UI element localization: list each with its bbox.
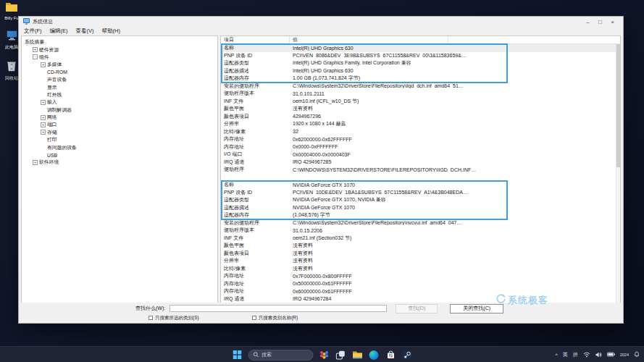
table-row[interactable]: 驱动程序C:\WINDOWS\SYSTEM32\DRIVERSTORE\FILE… [221, 166, 620, 174]
table-row[interactable]: 适配器内存(1,048,576) 字节 [221, 211, 620, 219]
tray-chevron-icon[interactable]: ^ [555, 353, 557, 358]
table-row[interactable]: INF 文件oem21.inf (Section032 节) [221, 235, 620, 243]
table-row[interactable]: 适配器内存1.00 GB (1,073,741,824 字节) [221, 75, 620, 83]
table-row[interactable]: 颜色表项目4294967296 [221, 113, 620, 121]
table-row[interactable]: IRQ 通道IRQ 4294967284 [221, 295, 620, 303]
file-explorer-icon[interactable] [351, 349, 363, 361]
checkbox-icon[interactable] [252, 316, 256, 320]
battery-icon[interactable] [607, 352, 615, 358]
tree-item-label: 网络 [47, 114, 57, 121]
checkbox-search-selected-category[interactable]: 只搜索所选的类别(S) [149, 315, 199, 321]
list-panel[interactable]: 项目 值 名称Intel(R) UHD Graphics 630PNP 设备 I… [220, 35, 621, 305]
table-row[interactable]: 安装的驱动程序C:\Windows\System32\DriverStore\F… [221, 219, 620, 227]
notification-bell-icon[interactable] [634, 351, 640, 358]
table-row[interactable]: 适配器类型Intel(R) UHD Graphics Family, Intel… [221, 59, 620, 67]
tree-item[interactable]: 显示 [22, 83, 217, 90]
table-row[interactable]: 名称Intel(R) UHD Graphics 630 [221, 44, 620, 52]
tree-item[interactable]: +输入 [22, 98, 217, 106]
menu-item[interactable]: 帮助(H) [102, 28, 120, 35]
minimize-button[interactable]: – [582, 17, 594, 27]
table-row[interactable]: 比特/像素没有资料 [221, 265, 620, 273]
table-row[interactable]: 安装的驱动程序C:\Windows\System32\DriverStore\F… [221, 83, 620, 90]
table-row[interactable]: 驱动程序版本31.0.15.2206 [221, 227, 620, 235]
collapse-icon[interactable]: - [33, 54, 38, 59]
tree-item[interactable]: CD-ROM [22, 69, 217, 76]
value-cell: IRQ 4294967284 [290, 296, 620, 301]
table-row[interactable]: 内存地址0x0000-0xFFFFFFF [221, 143, 620, 151]
tree-item[interactable]: -组件 [22, 54, 217, 61]
table-row[interactable]: 内存地址0x62000000-0x62FFFFFF [221, 135, 620, 143]
table-row[interactable]: INF 文件oem10.inf (iCFL_w10_DS 节) [221, 98, 620, 106]
find-button[interactable]: 查找(D) [396, 304, 438, 313]
expand-icon[interactable]: + [41, 130, 46, 135]
find-input[interactable] [170, 305, 387, 312]
menu-item[interactable]: 编辑(E) [50, 28, 68, 35]
language-indicator[interactable]: 英 [563, 351, 568, 358]
edge-icon[interactable] [368, 349, 380, 361]
task-view-icon[interactable] [335, 349, 346, 361]
tree-item[interactable]: +多媒体 [22, 61, 217, 68]
tree-item[interactable]: +硬件资源 [22, 46, 217, 53]
wifi-icon[interactable] [583, 352, 590, 358]
tree-item[interactable]: 调制解调器 [22, 106, 217, 114]
checkbox-icon[interactable] [149, 316, 153, 320]
expand-icon[interactable]: + [41, 115, 46, 120]
chat-icon[interactable] [318, 349, 330, 361]
tree-panel[interactable]: 系统摘要+硬件资源-组件+多媒体CD-ROM声音设备显示红外线+输入调制解调器+… [21, 35, 218, 305]
table-row[interactable]: 颜色平面没有资料 [221, 105, 620, 113]
tree-item[interactable]: +存储 [22, 129, 217, 136]
close-button[interactable]: × [606, 17, 619, 27]
scrollbar-thumb[interactable] [616, 44, 620, 167]
steam-icon[interactable] [401, 349, 413, 361]
tree-item[interactable]: 声音设备 [22, 76, 217, 83]
table-row[interactable]: PNP 设备 IDPCI\VEN_10DE&DEV_1BA1&SUBSYS_67… [221, 189, 620, 197]
tree-item-label: 系统摘要 [25, 38, 44, 46]
tree-item[interactable]: +端口 [22, 121, 217, 128]
taskbar-search[interactable]: 搜索 [248, 350, 313, 361]
tree-item[interactable]: +网络 [22, 114, 217, 121]
microsoft-store-icon[interactable] [385, 349, 396, 361]
expand-icon[interactable]: + [41, 100, 46, 105]
table-row[interactable]: 适配器描述NVIDIA GeForce GTX 1070 [221, 204, 620, 212]
table-row[interactable]: 分辨率没有资料 [221, 257, 620, 265]
item-cell: 名称 [221, 44, 290, 51]
table-row[interactable]: PNP 设备 IDPCI\VEN_8086&DEV_3E9B&SUBSYS_67… [221, 52, 620, 60]
menu-item[interactable]: 文件(F) [24, 28, 42, 35]
table-row[interactable]: 适配器类型NVIDIA GeForce GTX 1070, NVIDIA 兼容 [221, 196, 620, 204]
menu-item[interactable]: 查看(V) [76, 28, 94, 35]
tree-item[interactable]: 有问题的设备 [22, 143, 217, 151]
expand-icon[interactable]: + [41, 122, 46, 127]
tree-item[interactable]: 系统摘要 [22, 38, 217, 46]
start-button[interactable] [231, 349, 243, 361]
list-rows: 名称Intel(R) UHD Graphics 630PNP 设备 IDPCI\… [221, 44, 620, 303]
expand-icon[interactable]: + [41, 62, 46, 67]
clock[interactable]: 2024 [620, 353, 629, 357]
maximize-button[interactable]: □ [594, 17, 606, 27]
table-row[interactable]: 适配器描述Intel(R) UHD Graphics 630 [221, 67, 620, 75]
table-row[interactable]: 比特/像素32 [221, 128, 620, 136]
table-row[interactable]: 内存地址0x50000000-0x61FFFFFF [221, 280, 620, 288]
table-row[interactable]: 颜色表项目没有资料 [221, 250, 620, 258]
table-row[interactable]: IRQ 通道IRQ 4294967285 [221, 159, 620, 167]
table-row[interactable]: 内存地址0x60000000-0x61FFFFFF [221, 287, 620, 295]
tree-item[interactable]: 打印 [22, 136, 217, 143]
vertical-scrollbar[interactable] [616, 44, 620, 304]
table-row[interactable] [221, 174, 620, 182]
table-row[interactable]: 驱动程序版本31.0.101.2111 [221, 90, 620, 98]
table-row[interactable]: 名称NVIDIA GeForce GTX 1070 [221, 181, 620, 189]
tree-item[interactable]: 红外线 [22, 91, 217, 98]
value-column-header[interactable]: 值 [290, 36, 448, 43]
expand-icon[interactable]: + [33, 47, 38, 52]
expand-icon[interactable]: + [33, 160, 38, 165]
table-row[interactable]: 颜色平面没有资料 [221, 242, 620, 250]
tree-item[interactable]: USB [22, 151, 217, 159]
table-row[interactable]: 分辨率1920 x 1080 x 144 赫兹 [221, 120, 620, 128]
volume-icon[interactable] [595, 352, 602, 358]
tree-item[interactable]: +软件环境 [22, 159, 217, 166]
checkbox-search-category-names[interactable]: 只搜索类别名称(R) [252, 315, 298, 321]
ime-indicator[interactable]: 拼 [573, 351, 578, 358]
table-row[interactable]: I/O 端口0x00004000-0x0000403F [221, 151, 620, 159]
title-bar[interactable]: 系统信息 – □ × [19, 17, 623, 27]
item-column-header[interactable]: 项目 [221, 36, 290, 43]
table-row[interactable]: 内存地址0x7F000000-0x800FFFFF [221, 272, 620, 280]
